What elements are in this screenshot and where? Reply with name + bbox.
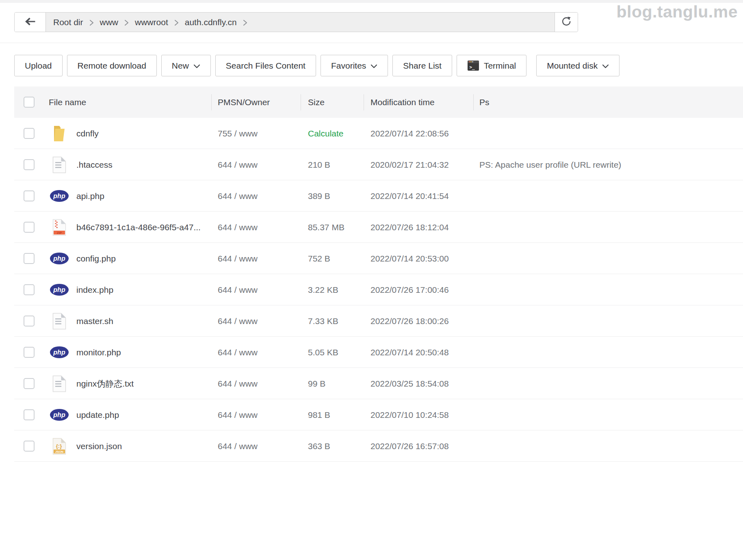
size-value: 5.05 KB bbox=[301, 348, 364, 357]
file-table: File name PMSN/Owner Size Modification t… bbox=[14, 86, 743, 462]
file-name-cell: php index.php bbox=[45, 283, 211, 296]
file-name-cell: nginx伪静态.txt bbox=[45, 375, 211, 392]
file-name-cell: php config.php bbox=[45, 252, 211, 265]
calculate-size-link[interactable]: Calculate bbox=[301, 129, 364, 138]
file-name[interactable]: master.sh bbox=[76, 316, 113, 326]
size-value: 7.33 KB bbox=[301, 316, 364, 326]
file-name-cell: {:} JSON version.json bbox=[45, 438, 211, 455]
file-row-config-php: php config.php644 / www752 B2022/07/14 2… bbox=[14, 243, 743, 274]
modification-time-value: 2022/07/26 17:00:46 bbox=[364, 285, 473, 295]
terminal-button[interactable]: >_ Terminal bbox=[457, 55, 526, 76]
modification-time-value: 2022/07/14 22:08:56 bbox=[364, 129, 473, 138]
back-button[interactable] bbox=[15, 13, 46, 32]
modification-time-value: 2022/07/26 18:00:26 bbox=[364, 316, 473, 326]
text-file-icon bbox=[50, 156, 69, 173]
row-checkbox[interactable] bbox=[24, 409, 35, 420]
row-checkbox[interactable] bbox=[24, 128, 35, 139]
favorites-button[interactable]: Favorites bbox=[321, 55, 388, 76]
file-row-update-php: php update.php644 / www981 B2022/07/10 1… bbox=[14, 399, 743, 430]
file-name[interactable]: api.php bbox=[76, 191, 104, 201]
file-name[interactable]: .htaccess bbox=[76, 160, 113, 170]
file-name[interactable]: b46c7891-1c1a-486e-96f5-a47... bbox=[76, 223, 201, 232]
svg-text:>_: >_ bbox=[469, 65, 475, 70]
php-file-icon: php bbox=[50, 190, 69, 202]
file-row-nginx-txt: nginx伪静态.txt644 / www99 B2022/03/25 18:5… bbox=[14, 368, 743, 399]
breadcrumb-item-www[interactable]: www bbox=[100, 17, 119, 27]
file-name[interactable]: index.php bbox=[76, 285, 113, 295]
ps-value: PS: Apache user profile (URL rewrite) bbox=[473, 160, 743, 170]
upload-button[interactable]: Upload bbox=[14, 55, 63, 76]
svg-text:php: php bbox=[53, 349, 65, 356]
file-name-cell: master.sh bbox=[45, 313, 211, 330]
file-name[interactable]: cdnfly bbox=[76, 129, 99, 138]
breadcrumb: Root dir www wwwroot auth.cdnfly.cn bbox=[46, 13, 555, 32]
file-row-api-php: php api.php644 / www389 B2022/07/14 20:4… bbox=[14, 180, 743, 212]
breadcrumb-item-wwwroot[interactable]: wwwroot bbox=[135, 17, 168, 27]
favorites-label: Favorites bbox=[331, 61, 366, 71]
column-header-modification-time: Modification time bbox=[364, 86, 473, 118]
file-row-b46c7891-1c1a-486e-96f5-a47: ZIP b46c7891-1c1a-486e-96f5-a47...644 / … bbox=[14, 212, 743, 243]
modification-time-value: 2022/07/14 20:53:00 bbox=[364, 254, 473, 264]
php-file-icon: php bbox=[50, 283, 69, 296]
file-name-cell: .htaccess bbox=[45, 156, 211, 173]
refresh-icon bbox=[561, 16, 572, 28]
php-file-icon: php bbox=[50, 346, 69, 359]
pmsn-owner-value: 644 / www bbox=[211, 379, 301, 389]
row-checkbox[interactable] bbox=[24, 253, 35, 264]
refresh-button[interactable] bbox=[555, 13, 578, 32]
column-header-ps: Ps bbox=[473, 86, 743, 118]
row-checkbox-cell bbox=[14, 316, 45, 326]
remote-download-button[interactable]: Remote download bbox=[67, 55, 157, 76]
pmsn-owner-value: 644 / www bbox=[211, 160, 301, 170]
breadcrumb-item-auth-cdnfly-cn[interactable]: auth.cdnfly.cn bbox=[185, 17, 237, 27]
file-name-cell: cdnfly bbox=[45, 125, 211, 142]
share-list-button[interactable]: Share List bbox=[392, 55, 452, 76]
file-name[interactable]: nginx伪静态.txt bbox=[76, 378, 134, 389]
row-checkbox[interactable] bbox=[24, 378, 35, 389]
table-header: File name PMSN/Owner Size Modification t… bbox=[14, 86, 743, 118]
breadcrumb-separator-icon bbox=[243, 19, 247, 26]
row-checkbox[interactable] bbox=[24, 190, 35, 201]
row-checkbox-cell bbox=[14, 222, 45, 233]
size-value: 210 B bbox=[301, 160, 364, 170]
file-name-cell: php api.php bbox=[45, 190, 211, 202]
mounted-disk-button[interactable]: Mounted disk bbox=[536, 55, 620, 76]
file-name[interactable]: version.json bbox=[76, 441, 122, 451]
row-checkbox[interactable] bbox=[24, 222, 35, 233]
pmsn-owner-value: 644 / www bbox=[211, 348, 301, 357]
row-checkbox-cell bbox=[14, 159, 45, 170]
mounted-disk-label: Mounted disk bbox=[547, 61, 598, 71]
file-name[interactable]: update.php bbox=[76, 410, 119, 420]
select-all-checkbox[interactable] bbox=[24, 97, 35, 108]
column-header-pmsn-owner: PMSN/Owner bbox=[211, 86, 301, 118]
svg-text:php: php bbox=[53, 192, 65, 199]
file-name-cell: php update.php bbox=[45, 409, 211, 421]
new-button[interactable]: New bbox=[161, 55, 211, 76]
breadcrumb-item-root-dir[interactable]: Root dir bbox=[53, 17, 83, 27]
row-checkbox[interactable] bbox=[24, 441, 35, 452]
breadcrumb-separator-icon bbox=[89, 19, 94, 26]
file-row-htaccess: .htaccess644 / www210 B2020/02/17 21:04:… bbox=[14, 149, 743, 180]
search-files-content-button[interactable]: Search Files Content bbox=[215, 55, 316, 76]
json-file-icon: {:} JSON bbox=[50, 438, 69, 455]
search-files-content-label: Search Files Content bbox=[226, 61, 305, 71]
row-checkbox[interactable] bbox=[24, 284, 35, 295]
row-checkbox[interactable] bbox=[24, 159, 35, 170]
size-value: 981 B bbox=[301, 410, 364, 420]
modification-time-value: 2020/02/17 21:04:32 bbox=[364, 160, 473, 170]
row-checkbox-cell bbox=[14, 128, 45, 139]
toolbar: UploadRemote downloadNew Search Files Co… bbox=[14, 55, 620, 76]
svg-text:php: php bbox=[53, 255, 65, 262]
pmsn-owner-value: 644 / www bbox=[211, 316, 301, 326]
breadcrumb-bar: Root dir www wwwroot auth.cdnfly.cn bbox=[14, 12, 578, 32]
pmsn-owner-value: 755 / www bbox=[211, 129, 301, 138]
file-name[interactable]: config.php bbox=[76, 254, 116, 264]
row-checkbox[interactable] bbox=[24, 316, 35, 326]
pmsn-owner-value: 644 / www bbox=[211, 254, 301, 264]
text-file-icon bbox=[50, 313, 69, 330]
watermark: blog.tanglu.me bbox=[616, 2, 738, 22]
modification-time-value: 2022/03/25 18:54:08 bbox=[364, 379, 473, 389]
row-checkbox[interactable] bbox=[24, 347, 35, 358]
file-name[interactable]: monitor.php bbox=[76, 348, 121, 357]
pmsn-owner-value: 644 / www bbox=[211, 410, 301, 420]
